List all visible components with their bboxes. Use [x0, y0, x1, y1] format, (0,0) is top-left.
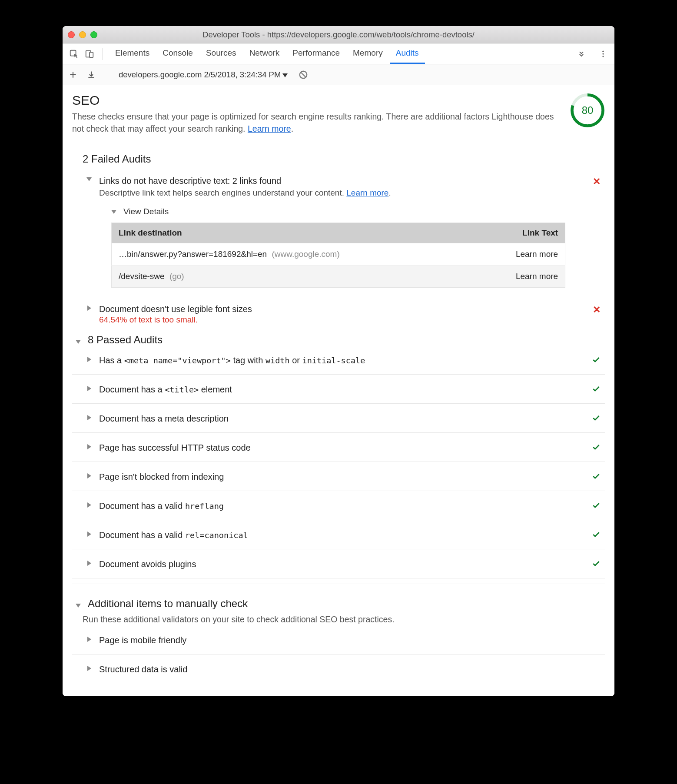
pass-icon [592, 473, 601, 482]
svg-point-4 [602, 53, 604, 54]
learn-more-link[interactable]: Learn more [248, 124, 291, 133]
audit-title: Document has a valid rel=canonical [99, 529, 582, 541]
tab-network[interactable]: Network [243, 44, 286, 64]
disclosure-toggle[interactable] [88, 558, 94, 566]
failed-audits-heading: 2 Failed Audits [83, 153, 605, 165]
disclosure-toggle[interactable] [88, 500, 94, 508]
kebab-menu-icon[interactable] [596, 47, 610, 61]
manual-checks-description: Run these additional validators on your … [83, 615, 605, 625]
pass-icon [592, 385, 601, 395]
audit-warning-note: 64.54% of text is too small. [99, 315, 582, 325]
passed-audits-heading: 8 Passed Audits [88, 334, 163, 346]
disclosure-toggle[interactable] [88, 303, 94, 311]
audit-title: Links do not have descriptive text: 2 li… [99, 175, 582, 187]
score-gauge: 80 [570, 93, 605, 128]
audit-title: Page isn't blocked from indexing [99, 471, 582, 483]
svg-rect-2 [90, 52, 93, 57]
run-label: developers.google.com 2/5/2018, 3:24:34 … [119, 70, 281, 80]
disclosure-toggle[interactable] [88, 442, 94, 449]
disclosure-toggle[interactable] [76, 598, 84, 610]
tab-sources[interactable]: Sources [200, 44, 242, 64]
audit-title: Document doesn't use legible font sizes [99, 303, 582, 315]
fail-icon: ✕ [593, 304, 601, 315]
pass-icon [592, 444, 601, 453]
window-title: Developer Tools - https://developers.goo… [63, 30, 614, 40]
disclosure-toggle[interactable] [88, 529, 94, 537]
pass-icon [592, 415, 601, 424]
divider [108, 69, 108, 81]
tab-audits[interactable]: Audits [390, 44, 425, 64]
device-toolbar-icon[interactable] [83, 47, 96, 61]
audit-details-table: Link destination Link Text …bin/answer.p… [111, 223, 565, 288]
dropdown-caret-icon [282, 70, 291, 80]
disclosure-toggle[interactable] [88, 634, 94, 642]
audit-title: Document has a <title> element [99, 383, 582, 395]
disclosure-toggle[interactable] [88, 354, 94, 362]
col-header-destination: Link destination [112, 223, 478, 243]
pass-icon [592, 531, 601, 541]
disclosure-toggle[interactable] [88, 471, 94, 478]
category-description: These checks ensure that your page is op… [72, 110, 561, 135]
divider [103, 48, 103, 60]
run-selector[interactable]: developers.google.com 2/5/2018, 3:24:34 … [119, 70, 291, 80]
audit-title: Document has a meta description [99, 412, 582, 425]
table-row: /devsite-swe (go)Learn more [112, 266, 565, 288]
disclosure-toggle[interactable] [76, 334, 84, 346]
pass-icon [592, 560, 601, 570]
audit-description: Descriptive link text helps search engin… [99, 187, 582, 199]
manual-checks-heading: Additional items to manually check [88, 598, 248, 610]
disclosure-toggle[interactable] [88, 412, 94, 420]
audit-title: Structured data is valid [99, 663, 582, 675]
audit-title: Document has a valid hreflang [99, 500, 582, 512]
tab-memory[interactable]: Memory [347, 44, 389, 64]
clear-audits-icon[interactable] [297, 69, 309, 81]
new-audit-button[interactable] [67, 69, 79, 81]
view-details-toggle[interactable]: View Details [111, 207, 605, 216]
download-report-button[interactable] [85, 69, 97, 81]
inspect-element-icon[interactable] [67, 47, 81, 61]
audit-title: Page is mobile friendly [99, 634, 582, 646]
pass-icon [592, 356, 601, 366]
col-header-link-text: Link Text [478, 223, 565, 243]
table-row: …bin/answer.py?answer=181692&hl=en (www.… [112, 243, 565, 266]
audit-title: Page has successful HTTP status code [99, 442, 582, 454]
audit-title: Document avoids plugins [99, 558, 582, 570]
svg-point-3 [602, 50, 604, 52]
disclosure-toggle[interactable] [88, 175, 94, 181]
learn-more-link[interactable]: Learn more [346, 188, 388, 197]
more-tabs-chevron-icon[interactable] [574, 47, 588, 61]
tab-performance[interactable]: Performance [286, 44, 346, 64]
fail-icon: ✕ [593, 176, 601, 187]
window-titlebar: Developer Tools - https://developers.goo… [63, 26, 614, 43]
disclosure-toggle[interactable] [88, 383, 94, 391]
audit-title: Has a <meta name="viewport"> tag with wi… [99, 354, 582, 366]
tab-elements[interactable]: Elements [109, 44, 156, 64]
tab-console[interactable]: Console [156, 44, 199, 64]
category-title: SEO [72, 93, 561, 108]
disclosure-toggle[interactable] [88, 663, 94, 671]
pass-icon [592, 502, 601, 512]
svg-point-5 [602, 56, 604, 57]
